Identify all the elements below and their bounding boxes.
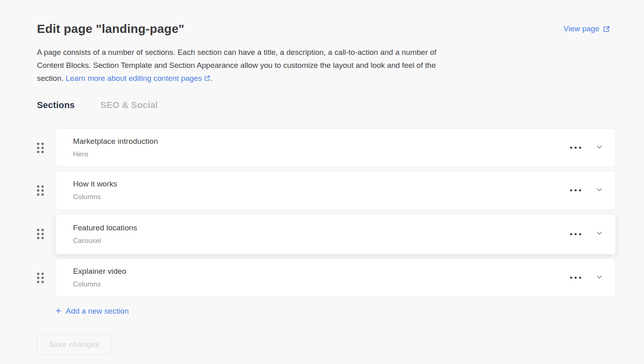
section-row: Marketplace introduction Hero <box>37 128 616 167</box>
more-options-button[interactable] <box>568 273 584 282</box>
section-card[interactable]: Featured locations Carousel <box>56 214 616 254</box>
section-title: Marketplace introduction <box>73 137 568 146</box>
drag-handle-icon[interactable] <box>37 143 56 153</box>
section-template: Hero <box>73 150 568 158</box>
learn-more-label: Learn more about editing content pages <box>66 74 202 82</box>
plus-icon: + <box>56 306 61 316</box>
section-card-text: Explainer video Columns <box>73 267 568 288</box>
section-title: How it works <box>73 180 568 188</box>
section-title: Featured locations <box>73 223 568 232</box>
edit-page-container: Edit page "landing-page" View page A pag… <box>37 0 616 355</box>
tab-bar: Sections SEO & Social <box>37 100 616 110</box>
drag-handle-icon[interactable] <box>37 229 56 239</box>
learn-more-link[interactable]: Learn more about editing content pages <box>66 74 210 82</box>
section-template: Columns <box>73 193 568 201</box>
more-options-button[interactable] <box>568 230 584 238</box>
add-section-label: Add a new section <box>66 307 129 316</box>
section-card[interactable]: Marketplace introduction Hero <box>56 128 616 167</box>
section-template: Carousel <box>73 237 568 245</box>
page-description: A page consists of a number of sections.… <box>37 46 457 85</box>
section-title: Explainer video <box>73 267 568 276</box>
page-title: Edit page "landing-page" <box>37 22 184 36</box>
more-options-button[interactable] <box>568 143 584 152</box>
chevron-down-icon[interactable] <box>594 272 605 284</box>
section-list: Marketplace introduction Hero How it wor… <box>37 128 616 297</box>
section-card[interactable]: How it works Columns <box>56 171 616 210</box>
section-row: Explainer video Columns <box>37 258 616 297</box>
section-row: How it works Columns <box>37 171 616 210</box>
view-page-label: View page <box>564 24 599 33</box>
chevron-down-icon[interactable] <box>594 142 605 154</box>
save-changes-button[interactable]: Save changes <box>37 334 112 355</box>
drag-handle-icon[interactable] <box>37 273 56 283</box>
more-options-button[interactable] <box>568 186 584 195</box>
view-page-link[interactable]: View page <box>564 24 610 33</box>
external-link-icon <box>204 75 210 81</box>
external-link-icon <box>603 26 610 32</box>
section-template: Columns <box>73 280 568 288</box>
chevron-down-icon[interactable] <box>594 228 605 240</box>
drag-handle-icon[interactable] <box>37 185 56 196</box>
add-section-link[interactable]: + Add a new section <box>56 307 616 316</box>
section-row: Featured locations Carousel <box>37 214 616 254</box>
tab-sections[interactable]: Sections <box>37 100 75 110</box>
section-card-text: Featured locations Carousel <box>73 223 568 245</box>
section-card-text: Marketplace introduction Hero <box>73 137 568 158</box>
description-suffix: . <box>210 74 212 82</box>
section-card[interactable]: Explainer video Columns <box>56 258 616 297</box>
page-header: Edit page "landing-page" View page <box>37 22 616 36</box>
section-card-text: How it works Columns <box>73 180 568 201</box>
chevron-down-icon[interactable] <box>594 184 605 197</box>
tab-seo-social[interactable]: SEO & Social <box>100 100 158 110</box>
